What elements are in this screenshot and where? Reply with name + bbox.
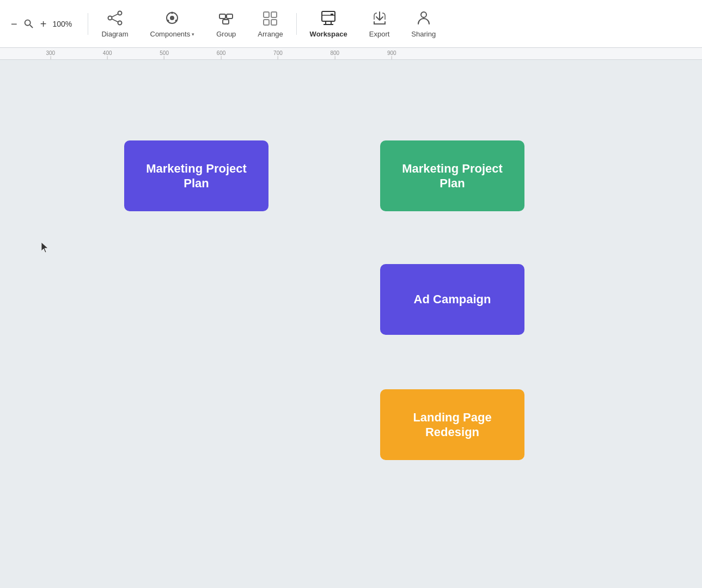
group-label: Group xyxy=(216,30,236,38)
export-icon xyxy=(371,9,388,27)
svg-line-3 xyxy=(112,14,118,17)
ruler: 300 400 500 600 700 800 900 xyxy=(0,48,702,60)
diagram-label: Diagram xyxy=(101,30,128,38)
toolbar-divider-1 xyxy=(88,13,88,35)
sharing-label: Sharing xyxy=(411,30,436,38)
box-marketing-project-green-label: Marketing Project Plan xyxy=(380,156,524,197)
toolbar-group[interactable]: Group xyxy=(205,5,247,42)
box-marketing-project-purple[interactable]: Marketing Project Plan xyxy=(124,140,268,211)
box-landing-page-label: Landing Page Redesign xyxy=(380,405,524,445)
svg-rect-11 xyxy=(227,14,233,19)
zoom-level: 100% xyxy=(52,20,72,28)
box-landing-page[interactable]: Landing Page Redesign xyxy=(380,389,524,460)
group-icon xyxy=(217,9,235,27)
svg-rect-21 xyxy=(331,14,333,15)
zoom-out-button[interactable]: − xyxy=(9,17,20,30)
arrange-icon xyxy=(261,9,279,27)
ruler-tick-800: 800 xyxy=(331,50,340,59)
ruler-tick-500: 500 xyxy=(160,50,169,59)
diagram-icon xyxy=(106,9,124,27)
svg-point-7 xyxy=(171,12,173,14)
svg-rect-18 xyxy=(271,20,277,25)
svg-line-4 xyxy=(112,19,118,22)
zoom-in-button[interactable]: + xyxy=(38,17,49,30)
search-icon xyxy=(23,18,35,30)
svg-rect-16 xyxy=(271,12,277,17)
toolbar-divider-2 xyxy=(296,13,297,35)
components-icon xyxy=(163,9,181,27)
zoom-controls: − + 100% xyxy=(9,17,72,30)
box-marketing-project-purple-label: Marketing Project Plan xyxy=(124,156,268,197)
toolbar-sharing[interactable]: Sharing xyxy=(400,5,447,42)
svg-rect-10 xyxy=(219,14,225,19)
toolbar-workspace[interactable]: Workspace xyxy=(299,5,358,42)
ruler-tick-900: 900 xyxy=(387,50,396,59)
ruler-tick-700: 700 xyxy=(273,50,283,59)
svg-point-8 xyxy=(175,20,178,22)
svg-rect-15 xyxy=(264,12,269,17)
svg-rect-17 xyxy=(264,20,269,25)
export-label: Export xyxy=(369,30,390,38)
toolbar-arrange[interactable]: Arrange xyxy=(247,5,294,42)
workspace-icon xyxy=(320,9,337,27)
components-dropdown-arrow: ▾ xyxy=(192,32,194,37)
arrange-label: Arrange xyxy=(258,30,283,38)
sharing-icon xyxy=(415,9,432,27)
box-ad-campaign-label: Ad Campaign xyxy=(405,286,500,313)
workspace-label: Workspace xyxy=(310,30,347,38)
ruler-tick-300: 300 xyxy=(46,50,55,59)
svg-rect-12 xyxy=(223,20,229,24)
toolbar: − + 100% Diagram xyxy=(0,0,702,48)
toolbar-export[interactable]: Export xyxy=(358,5,401,42)
svg-point-2 xyxy=(118,21,121,25)
toolbar-diagram[interactable]: Diagram xyxy=(90,5,139,42)
svg-point-25 xyxy=(421,12,426,17)
toolbar-components[interactable]: Components ▾ xyxy=(139,5,206,42)
ruler-tick-600: 600 xyxy=(217,50,226,59)
canvas[interactable]: Marketing Project Plan Marketing Project… xyxy=(0,60,702,588)
ruler-inner: 300 400 500 600 700 800 900 xyxy=(0,48,702,59)
svg-point-0 xyxy=(108,16,112,20)
box-ad-campaign[interactable]: Ad Campaign xyxy=(380,264,524,335)
components-label: Components xyxy=(150,30,191,38)
svg-point-1 xyxy=(118,11,121,15)
ruler-tick-400: 400 xyxy=(103,50,112,59)
svg-point-9 xyxy=(167,20,169,22)
svg-point-6 xyxy=(170,16,174,20)
box-marketing-project-green[interactable]: Marketing Project Plan xyxy=(380,140,524,211)
cursor-indicator xyxy=(41,242,50,255)
svg-rect-19 xyxy=(322,11,335,21)
